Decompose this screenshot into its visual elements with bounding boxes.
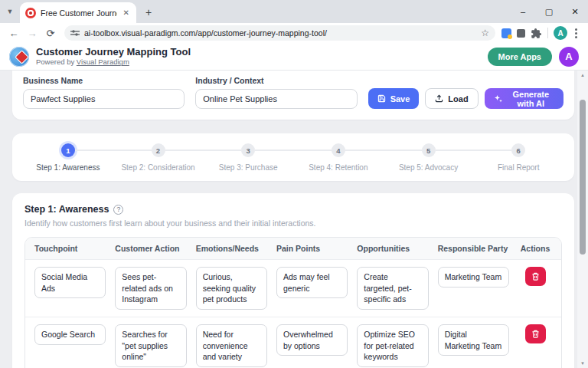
customer-action-cell[interactable]: Sees pet-related ads on Instagram [115, 267, 186, 310]
delete-row-button[interactable] [525, 267, 546, 286]
upload-icon [435, 94, 443, 103]
browser-tabstrip: ▼ Free Customer Journey Mappin ✕ + – ▢ ✕ [0, 0, 588, 23]
browser-toolbar: ← → ⟳ ai-toolbox.visual-paradigm.com/app… [0, 23, 588, 43]
progress-stepper-card: 1 Step 1: Awareness 2 Step 2: Considerat… [12, 133, 574, 181]
page-content: Business Name Pawfect Supplies Industry … [0, 71, 588, 368]
powered-by: Powered by Visual Paradigm [36, 58, 191, 66]
responsible-party-cell[interactable]: Digital Marketing Team [438, 324, 509, 356]
app-logo-icon [9, 47, 29, 67]
step-circle: 6 [511, 143, 525, 157]
step-label: Step 3: Purchase [219, 163, 278, 172]
new-tab-button[interactable]: + [139, 3, 158, 21]
site-settings-icon[interactable] [70, 29, 80, 37]
minimize-button[interactable]: – [510, 0, 536, 23]
step-label: Step 4: Retention [309, 163, 368, 172]
generate-ai-button-label: Generate with AI [508, 90, 554, 108]
customer-action-cell[interactable]: Searches for "pet supplies online" [115, 324, 186, 367]
industry-label: Industry / Context [195, 76, 357, 85]
stepper-item-retention[interactable]: 4 Step 4: Retention [293, 143, 384, 172]
bookmark-star-icon[interactable]: ☆ [481, 28, 489, 38]
column-header: Touchpoint [34, 244, 106, 253]
refresh-icon[interactable]: ⟳ [43, 25, 58, 41]
column-header: Opportunities [357, 244, 428, 253]
delete-row-button[interactable] [525, 324, 546, 343]
opportunities-cell[interactable]: Optimize SEO for pet-related keywords [357, 324, 428, 367]
trash-icon [531, 272, 540, 281]
step-label: Step 5: Advocacy [399, 163, 458, 172]
step-circle: 5 [422, 143, 436, 157]
touchpoint-cell[interactable]: Google Search [34, 324, 106, 345]
table-row: Social Media Ads Sees pet-related ads on… [25, 259, 561, 317]
section-title: Step 1: Awareness [24, 204, 109, 215]
window-controls: – ▢ ✕ [510, 0, 588, 23]
journey-table: Touchpoint Customer Action Emotions/Need… [24, 237, 562, 368]
column-header: Customer Action [115, 244, 186, 253]
extensions-puzzle-icon[interactable] [531, 28, 542, 39]
help-icon[interactable]: ? [113, 205, 123, 215]
step-label: Step 1: Awareness [36, 163, 100, 172]
app-header: Customer Journey Mapping Tool Powered by… [0, 43, 588, 71]
progress-stepper: 1 Step 1: Awareness 2 Step 2: Considerat… [23, 143, 564, 172]
tab-close-icon[interactable]: ✕ [122, 7, 131, 18]
emotions-cell[interactable]: Curious, seeking quality pet products [196, 267, 267, 310]
pain-points-cell[interactable]: Overwhelmed by options [276, 324, 348, 356]
column-header: Actions [518, 244, 552, 253]
industry-input[interactable]: Online Pet Supplies [195, 89, 357, 109]
stepper-item-awareness[interactable]: 1 Step 1: Awareness [23, 143, 113, 172]
opportunities-cell[interactable]: Create targeted, pet-specific ads [357, 267, 428, 310]
stepper-item-consideration[interactable]: 2 Step 2: Consideration [113, 143, 204, 172]
address-bar[interactable]: ai-toolbox.visual-paradigm.com/app/custo… [64, 25, 495, 41]
close-button[interactable]: ✕ [562, 0, 588, 23]
stepper-item-final-report[interactable]: 6 Final Report [473, 143, 564, 172]
scrollbar-down-icon[interactable]: ▼ [577, 359, 588, 368]
business-name-input[interactable]: Pawfect Supplies [23, 89, 185, 109]
step-circle: 4 [332, 143, 345, 157]
page-scrollbar[interactable]: ▲ ▼ [577, 71, 588, 368]
column-header: Emotions/Needs [196, 244, 267, 253]
scrollbar-up-icon[interactable]: ▲ [577, 71, 588, 80]
visual-paradigm-link[interactable]: Visual Paradigm [77, 58, 129, 66]
toolbar-divider [547, 28, 548, 38]
responsible-party-cell[interactable]: Marketing Team [438, 267, 509, 288]
generate-ai-button[interactable]: Generate with AI [485, 88, 564, 109]
step-circle: 2 [152, 143, 165, 157]
site-favicon-icon [25, 8, 36, 18]
powered-by-text: Powered by [36, 58, 77, 66]
extension-icon[interactable] [517, 29, 525, 38]
load-button[interactable]: Load [425, 88, 478, 109]
save-icon [377, 94, 386, 103]
extension-icon[interactable] [501, 28, 511, 38]
tab-list-chevron-icon[interactable]: ▼ [0, 2, 20, 21]
step-label: Step 2: Consideration [121, 163, 194, 172]
browser-profile-avatar[interactable]: A [554, 26, 567, 40]
back-icon[interactable]: ← [6, 25, 21, 41]
user-avatar[interactable]: A [559, 47, 579, 67]
more-apps-button[interactable]: More Apps [488, 48, 552, 66]
table-row: Google Search Searches for "pet supplies… [25, 317, 561, 368]
save-button[interactable]: Save [368, 88, 420, 109]
maximize-button[interactable]: ▢ [536, 0, 562, 23]
step-label: Final Report [498, 163, 539, 172]
url-text: ai-toolbox.visual-paradigm.com/app/custo… [84, 28, 476, 38]
business-info-card: Business Name Pawfect Supplies Industry … [12, 71, 574, 120]
browser-menu-icon[interactable] [570, 26, 582, 41]
business-name-label: Business Name [23, 76, 185, 85]
step-circle: 1 [61, 143, 75, 157]
tab-title: Free Customer Journey Mappin [41, 8, 117, 18]
browser-tab[interactable]: Free Customer Journey Mappin ✕ [20, 2, 136, 23]
column-header: Responsible Party [438, 244, 509, 253]
stepper-item-purchase[interactable]: 3 Step 3: Purchase [203, 143, 293, 172]
column-header: Pain Points [276, 244, 348, 253]
stepper-item-advocacy[interactable]: 5 Step 5: Advocacy [384, 143, 474, 172]
trash-icon [531, 330, 540, 338]
awareness-section-card: Step 1: Awareness ? Identify how custome… [12, 193, 574, 368]
page-title: Customer Journey Mapping Tool [36, 47, 191, 58]
table-header-row: Touchpoint Customer Action Emotions/Need… [25, 238, 561, 259]
pain-points-cell[interactable]: Ads may feel generic [276, 267, 348, 298]
scrollbar-thumb[interactable] [580, 100, 586, 255]
section-description: Identify how customers first learn about… [24, 219, 562, 228]
forward-icon[interactable]: → [24, 25, 40, 41]
emotions-cell[interactable]: Need for convenience and variety [196, 324, 267, 367]
touchpoint-cell[interactable]: Social Media Ads [34, 267, 106, 298]
save-button-label: Save [390, 94, 410, 104]
